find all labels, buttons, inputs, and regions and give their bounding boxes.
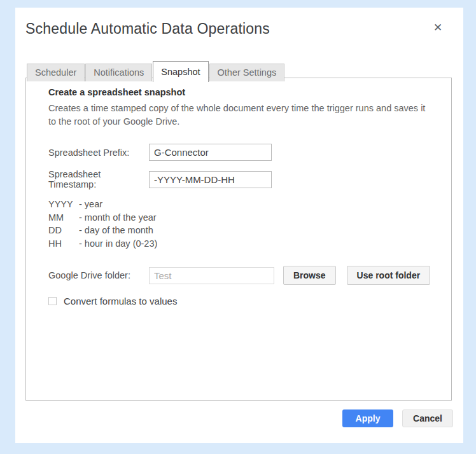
legend-row-hh: HH - hour in day (0-23): [48, 237, 438, 251]
footer-buttons: Apply Cancel: [342, 409, 453, 427]
legend-code-yyyy: YYYY: [48, 198, 79, 211]
tab-notifications[interactable]: Notifications: [85, 64, 152, 81]
browse-button[interactable]: Browse: [283, 266, 336, 285]
tabs-area: Scheduler Notifications Snapshot Other S…: [25, 61, 452, 81]
legend-code-hh: HH: [48, 237, 79, 251]
prefix-label: Spreadsheet Prefix:: [48, 148, 149, 158]
cancel-button[interactable]: Cancel: [402, 409, 453, 427]
convert-formulas-checkbox[interactable]: [48, 297, 57, 305]
tab-strip: Scheduler Notifications Snapshot Other S…: [25, 61, 452, 81]
legend-row-mm: MM - month of the year: [48, 211, 438, 224]
legend-code-dd: DD: [48, 224, 79, 237]
timestamp-input[interactable]: [149, 171, 272, 188]
prefix-input[interactable]: [149, 144, 272, 161]
schedule-operations-dialog: Schedule Automatic Data Operations ✕ Sch…: [15, 8, 463, 443]
legend-row-dd: DD - day of the month: [48, 224, 438, 237]
legend-desc-yyyy: - year: [79, 198, 102, 211]
convert-formulas-label: Convert formulas to values: [64, 296, 177, 306]
timestamp-label: Spreadsheet Timestamp:: [48, 169, 149, 189]
folder-label: Google Drive folder:: [48, 270, 149, 280]
folder-input[interactable]: [149, 267, 274, 284]
apply-button[interactable]: Apply: [342, 409, 393, 427]
legend-desc-hh: - hour in day (0-23): [79, 237, 157, 251]
convert-formulas-row: Convert formulas to values: [48, 296, 438, 306]
prefix-row: Spreadsheet Prefix:: [48, 144, 438, 161]
folder-row: Google Drive folder: Browse Use root fol…: [48, 266, 438, 285]
use-root-folder-button[interactable]: Use root folder: [347, 266, 431, 285]
legend-desc-mm: - month of the year: [79, 211, 157, 224]
panel-description: Creates a time stamped copy of the whole…: [48, 102, 428, 128]
timestamp-legend: YYYY - year MM - month of the year DD - …: [48, 198, 438, 250]
legend-code-mm: MM: [48, 211, 79, 224]
legend-row-yyyy: YYYY - year: [48, 198, 438, 211]
legend-desc-dd: - day of the month: [79, 224, 153, 237]
tab-snapshot[interactable]: Snapshot: [153, 61, 208, 82]
close-icon[interactable]: ✕: [430, 20, 445, 36]
timestamp-row: Spreadsheet Timestamp:: [48, 169, 438, 189]
dialog-title: Schedule Automatic Data Operations: [25, 20, 270, 38]
tab-other-settings[interactable]: Other Settings: [209, 64, 285, 81]
tab-scheduler[interactable]: Scheduler: [27, 64, 85, 81]
snapshot-panel: Create a spreadsheet snapshot Creates a …: [25, 78, 452, 401]
panel-heading: Create a spreadsheet snapshot: [48, 87, 438, 97]
